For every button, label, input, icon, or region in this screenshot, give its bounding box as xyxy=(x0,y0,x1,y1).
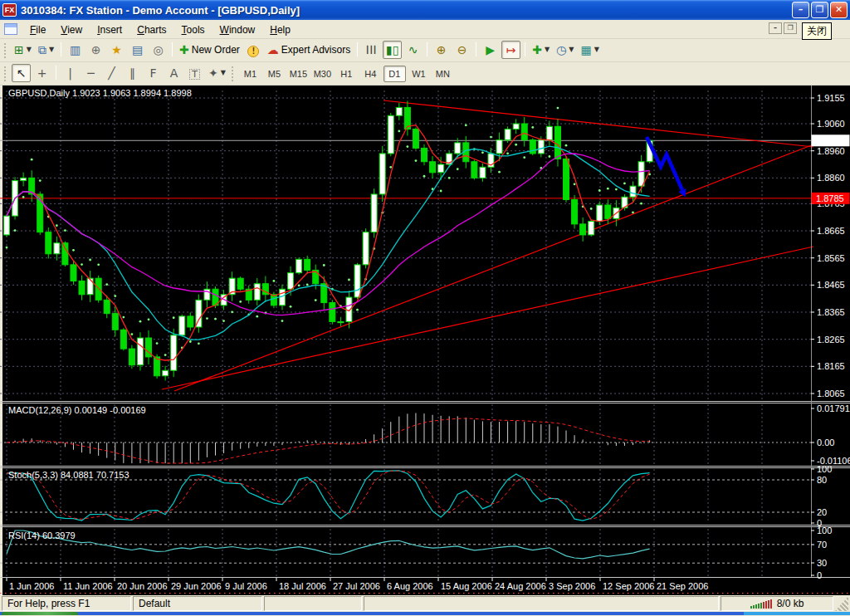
svg-text:11 Jun 2006: 11 Jun 2006 xyxy=(63,581,113,591)
chart-ohlc-label: GBPUSD,Daily 1.9023 1.9063 1.8994 1.8998 xyxy=(8,88,192,98)
price-chart-svg[interactable]: 1.91551.90601.89601.88601.87651.86651.85… xyxy=(0,86,850,595)
timeframe-m1-button[interactable]: M1 xyxy=(239,66,261,82)
svg-text:1.8565: 1.8565 xyxy=(817,253,845,263)
periods-button[interactable]: ◷▼ xyxy=(554,41,576,59)
close-button[interactable]: ✕ xyxy=(830,2,848,18)
templates-icon: ▦ xyxy=(580,44,591,56)
auto-scroll-icon: ▶ xyxy=(486,44,495,56)
candlestick-chart-icon: ▮▯ xyxy=(386,44,398,56)
child-minimize-button[interactable]: – xyxy=(769,22,782,34)
timeframe-m5-button[interactable]: M5 xyxy=(263,66,286,82)
dropdown-arrow-icon[interactable]: ▼ xyxy=(49,46,54,53)
cursor-button[interactable]: ↖ xyxy=(12,64,31,82)
dropdown-arrow-icon[interactable]: ▼ xyxy=(594,46,599,53)
timeframe-mn-button[interactable]: MN xyxy=(432,66,454,82)
resize-grip[interactable] xyxy=(835,596,848,611)
titlebar: FX 3010384: FX Station - Demo Account - … xyxy=(0,0,850,20)
minimize-button[interactable]: – xyxy=(792,2,809,18)
menu-help[interactable]: Help xyxy=(262,22,298,38)
market-watch-icon: ▥ xyxy=(70,44,81,56)
dropdown-arrow-icon[interactable]: ▼ xyxy=(27,46,32,53)
toolbar-separator xyxy=(357,42,358,56)
menu-tools[interactable]: Tools xyxy=(174,22,212,38)
text-label-button[interactable]: T xyxy=(185,65,204,83)
market-watch-button[interactable]: ▥ xyxy=(66,41,85,59)
toolbar-gripper[interactable] xyxy=(3,66,7,82)
svg-text:80: 80 xyxy=(817,475,827,485)
start-button-edge[interactable] xyxy=(2,612,78,615)
connection-bars-icon xyxy=(750,599,772,609)
vertical-line-button[interactable]: | xyxy=(61,64,80,82)
indicators-list-button[interactable]: ✚▼ xyxy=(530,41,552,59)
toolbar-gripper[interactable] xyxy=(3,42,7,59)
toolbar-gripper[interactable] xyxy=(231,66,235,82)
zoom-out-button[interactable]: ⊖ xyxy=(452,41,471,59)
crosshair-icon: + xyxy=(37,67,47,79)
timeframe-h1-button[interactable]: H1 xyxy=(335,66,358,82)
terminal-button[interactable]: ▤ xyxy=(128,41,147,59)
dropdown-arrow-icon[interactable]: ▼ xyxy=(221,69,226,76)
window-title: 3010384: FX Station - Demo Account - [GB… xyxy=(21,4,792,17)
svg-text:29 Jun 2006: 29 Jun 2006 xyxy=(171,581,222,591)
profiles-button[interactable]: ⧉▼ xyxy=(36,41,56,59)
traffic-counter: 8/0 kb xyxy=(777,598,804,609)
navigator-button[interactable]: ★ xyxy=(107,41,126,59)
strategy-tester-button[interactable]: ◎ xyxy=(149,41,168,59)
line-chart-button[interactable]: ∿ xyxy=(403,41,423,59)
child-restore-button[interactable]: ❐ xyxy=(784,22,797,34)
crosshair-button[interactable]: + xyxy=(32,64,51,82)
new-chart-button[interactable]: ⊞▼ xyxy=(12,41,34,59)
maximize-button[interactable]: ❐ xyxy=(811,2,828,18)
dropdown-arrow-icon[interactable]: ▼ xyxy=(569,46,574,53)
alert-button[interactable]: ! xyxy=(244,42,263,61)
fibonacci-button[interactable]: F xyxy=(144,64,163,82)
zoom-in-button[interactable]: ⊕ xyxy=(432,41,451,59)
rsi-label: RSI(14) 60.3979 xyxy=(8,530,76,540)
auto-scroll-button[interactable]: ▶ xyxy=(481,41,500,59)
horizontal-line-button[interactable]: ─ xyxy=(81,64,100,82)
candlestick-chart-button[interactable]: ▮▯ xyxy=(383,41,402,59)
timeframe-m30-button[interactable]: M30 xyxy=(311,66,334,82)
svg-text:0: 0 xyxy=(817,570,822,580)
menu-file[interactable]: File xyxy=(22,22,53,38)
periods-icon: ◷ xyxy=(556,44,566,56)
chart-system-menu-icon[interactable] xyxy=(4,23,17,35)
timeframe-w1-button[interactable]: W1 xyxy=(408,66,430,82)
equidistant-channel-button[interactable]: ∥ xyxy=(123,64,142,82)
timeframe-m15-button[interactable]: M15 xyxy=(287,66,310,82)
timeframe-h4-button[interactable]: H4 xyxy=(359,66,382,82)
svg-text:1.8860: 1.8860 xyxy=(817,173,845,183)
window-left-border xyxy=(0,86,2,595)
svg-text:1.8365: 1.8365 xyxy=(817,307,845,317)
svg-text:20: 20 xyxy=(817,507,827,517)
status-profile[interactable]: Default xyxy=(133,596,262,611)
menu-view[interactable]: View xyxy=(53,22,90,38)
svg-text:1.8998: 1.8998 xyxy=(816,135,844,145)
toolbar-separator xyxy=(56,66,56,80)
text-button[interactable]: A xyxy=(164,64,183,82)
menu-insert[interactable]: Insert xyxy=(90,22,129,38)
data-window-button[interactable]: ⊕ xyxy=(86,41,105,59)
arrows-button[interactable]: ✦▼ xyxy=(206,64,228,82)
chart-shift-button[interactable]: ↦ xyxy=(501,41,520,59)
chart-window[interactable]: 1.91551.90601.89601.88601.87651.86651.85… xyxy=(0,86,850,595)
navigator-icon: ★ xyxy=(111,44,122,56)
menu-window[interactable]: Window xyxy=(212,22,263,38)
menu-charts[interactable]: Charts xyxy=(129,22,173,38)
taskbar-segment xyxy=(744,612,850,615)
horizontal-line-icon: ─ xyxy=(87,67,94,79)
dropdown-arrow-icon[interactable]: ▼ xyxy=(545,46,550,53)
templates-button[interactable]: ▦▼ xyxy=(578,41,601,59)
chart-shift-icon: ↦ xyxy=(506,44,516,56)
svg-text:1.8465: 1.8465 xyxy=(817,280,845,290)
menu-bar: FileViewInsertChartsToolsWindowHelp – ❐ … xyxy=(0,20,850,39)
new-order-button[interactable]: ✚New Order xyxy=(177,41,242,59)
timeframe-d1-button[interactable]: D1 xyxy=(383,66,406,82)
expert-advisors-button[interactable]: ☁Expert Advisors xyxy=(265,41,353,59)
equidistant-channel-icon: ∥ xyxy=(129,67,135,79)
trendline-button[interactable]: ╱ xyxy=(102,64,121,82)
bar-chart-button[interactable]: ☰ xyxy=(362,41,381,59)
vertical-line-icon: | xyxy=(68,67,72,79)
profiles-icon: ⧉ xyxy=(38,44,46,56)
zoom-in-icon: ⊕ xyxy=(437,44,447,56)
